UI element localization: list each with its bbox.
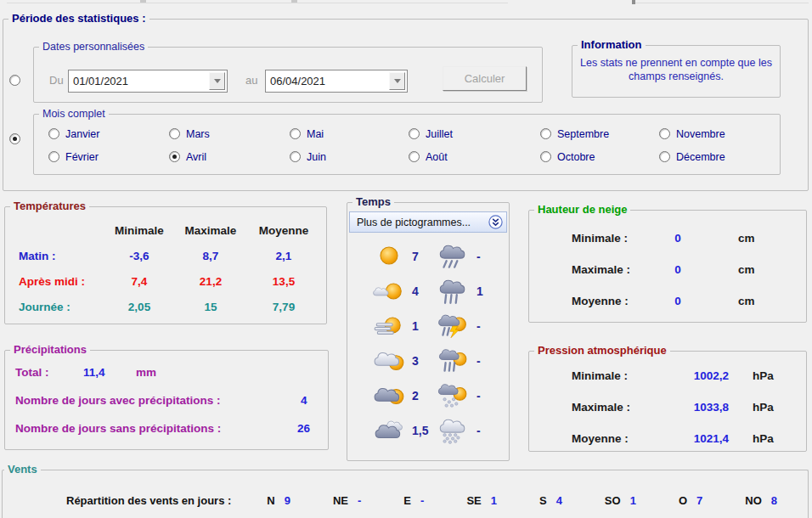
radio-circle — [169, 128, 180, 139]
matin-avg: 2,1 — [246, 250, 321, 262]
wind-distribution-label: Répartition des vents en jours : — [66, 494, 231, 507]
radio-dates-personnalisees[interactable] — [9, 75, 20, 86]
date-from-dropdown-button[interactable] — [209, 72, 225, 90]
snow-max-value: 0 — [657, 263, 699, 276]
precip-jours-sans-line: Nombre de jours sans précipitations : 26 — [15, 422, 321, 439]
radio-month-septembre[interactable]: Septembre — [540, 122, 659, 145]
vents-group: Vents Répartition des vents en jours : N… — [2, 470, 809, 518]
date-from-combobox[interactable]: 01/01/2021 — [68, 70, 228, 93]
radio-month-octobre[interactable]: Octobre — [540, 145, 659, 168]
wind-value: - — [420, 494, 424, 507]
precipitations-title: Précipitations — [10, 343, 90, 357]
precip-jours-sans-label: Nombre de jours sans précipitations : — [15, 422, 221, 435]
wind-value: 4 — [556, 494, 562, 507]
temps-title: Temps — [352, 195, 394, 209]
chevron-down-icon — [394, 79, 401, 83]
month-label: Septembre — [557, 128, 609, 140]
wind-dir: NO — [745, 494, 762, 507]
snow-avg-value: 0 — [657, 295, 699, 307]
rain-cloud-icon — [436, 243, 468, 270]
cloudy-sun-count: 2 — [409, 389, 436, 403]
heavy-rain-count: 1 — [473, 284, 495, 298]
radio-month-novembre[interactable]: Novembre — [659, 122, 725, 145]
wind-item-so: SO1 — [605, 494, 636, 507]
month-label: Mai — [307, 128, 324, 140]
radio-circle — [48, 128, 59, 139]
wind-dir: SO — [605, 494, 621, 507]
wind-item-ne: NE- — [333, 494, 361, 507]
pressure-avg-value: 1021,4 — [665, 432, 729, 445]
radio-month-mai[interactable]: Mai — [290, 122, 409, 145]
radio-month-decembre[interactable]: Décembre — [659, 145, 725, 168]
wind-value: 9 — [285, 494, 290, 507]
hauteur-neige-title: Hauteur de neige — [534, 203, 630, 217]
radio-mois-complet[interactable] — [9, 133, 20, 144]
radio-circle — [409, 128, 420, 139]
sun-icon — [373, 243, 405, 270]
pressure-max-value: 1033,8 — [665, 401, 729, 414]
apres-midi-max: 21,2 — [175, 275, 246, 288]
radio-month-juillet[interactable]: Juillet — [409, 122, 540, 145]
date-to-dropdown-button[interactable] — [389, 72, 405, 90]
heavy-rain-cloud-icon — [436, 278, 468, 305]
wind-item-no: NO8 — [745, 494, 777, 507]
pression-group: Pression atmosphérique Minimale : 1002,2… — [528, 351, 807, 452]
wind-dir: E — [403, 494, 411, 507]
snow-count: - — [473, 424, 495, 437]
radio-circle — [540, 151, 551, 162]
radio-month-juin[interactable]: Juin — [290, 145, 409, 168]
snow-row-avg: Moyenne : 0 cm — [572, 285, 799, 317]
radio-month-janvier[interactable]: Janvier — [48, 122, 169, 145]
cloud-sun-icon — [373, 347, 405, 374]
pressure-row-avg: Moyenne : 1021,4 hPa — [572, 423, 799, 454]
snow-row-min: Minimale : 0 cm — [572, 222, 799, 254]
row-label-apres-midi: Après midi : — [19, 275, 104, 288]
snow-avg-unit: cm — [699, 295, 755, 307]
month-label: Août — [426, 151, 448, 163]
information-title: Information — [578, 38, 646, 52]
pressure-row-min: Minimale : 1002,2 hPa — [572, 360, 799, 391]
wind-item-e: E- — [403, 494, 424, 507]
overcast-cloud-icon — [373, 417, 405, 444]
radio-month-fevrier[interactable]: Février — [48, 145, 169, 168]
radio-circle — [540, 128, 551, 139]
radio-circle — [659, 128, 670, 139]
plus-pictogrammes-button[interactable]: Plus de pictogrammes... — [349, 211, 507, 233]
mois-group-title: Mois complet — [39, 107, 109, 121]
pressure-row-max: Maximale : 1033,8 hPa — [572, 391, 799, 423]
pressure-min-value: 1002,2 — [665, 369, 729, 382]
wind-dir: S — [539, 494, 547, 507]
radio-month-mars[interactable]: Mars — [169, 122, 290, 145]
wind-dir: SE — [466, 494, 481, 507]
sun-small-cloud-count: 4 — [409, 284, 436, 298]
wind-dir: O — [679, 494, 687, 507]
row-label-matin: Matin : — [19, 250, 104, 262]
rain-shower-sun-icon — [436, 347, 468, 374]
date-to-combobox[interactable]: 06/04/2021 — [265, 70, 408, 93]
wind-value: - — [358, 494, 361, 507]
precip-jours-avec-line: Nombre de jours avec précipitations : 4 — [15, 394, 321, 411]
radio-circle — [659, 151, 670, 162]
information-text: Les stats ne prennent en compte que les … — [578, 56, 775, 83]
wind-item-o: O7 — [679, 494, 702, 507]
radio-circle — [48, 151, 59, 162]
mois-complet-group: Mois complet Janvier Février Mars Avril … — [33, 114, 781, 175]
weather-pictogram-grid: 7 - 4 1 — [349, 239, 495, 448]
cloudy-sun-icon — [373, 382, 405, 409]
precip-total-line: Total : 11,4 mm — [15, 366, 321, 383]
snow-min-label: Minimale : — [572, 232, 657, 245]
thunderstorm-sun-icon — [436, 312, 468, 340]
wind-item-s: S4 — [539, 494, 562, 507]
month-label: Décembre — [676, 151, 725, 163]
radio-circle — [290, 128, 301, 139]
radio-month-aout[interactable]: Août — [409, 145, 540, 168]
radio-month-avril[interactable]: Avril — [169, 145, 290, 168]
col-header-minimale: Minimale — [104, 224, 175, 237]
calculer-button[interactable]: Calculer — [443, 66, 527, 91]
date-to-value: 06/04/2021 — [266, 75, 389, 87]
precip-jours-avec-label: Nombre de jours avec précipitations : — [15, 394, 221, 407]
snow-min-value: 0 — [657, 232, 699, 245]
wind-distribution-line: Répartition des vents en jours : N9 NE- … — [66, 494, 777, 507]
month-label: Février — [65, 151, 99, 163]
month-label: Octobre — [557, 151, 595, 163]
